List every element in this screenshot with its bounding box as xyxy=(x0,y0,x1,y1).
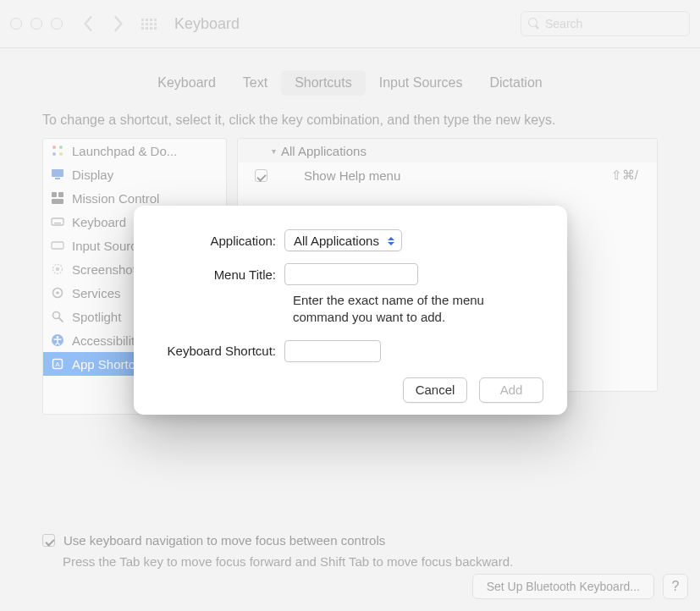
add-shortcut-sheet: Application: All Applications Menu Title… xyxy=(134,206,567,415)
popup-stepper-icon xyxy=(388,234,394,249)
add-shortcut-button[interactable]: Add xyxy=(479,377,543,403)
shortcut-label: Keyboard Shortcut: xyxy=(157,344,284,358)
application-value: All Applications xyxy=(294,234,379,248)
application-label: Application: xyxy=(157,234,284,248)
application-popup[interactable]: All Applications xyxy=(284,229,402,251)
menu-title-help: Enter the exact name of the menu command… xyxy=(293,292,538,327)
menu-title-label: Menu Title: xyxy=(157,267,284,282)
cancel-button[interactable]: Cancel xyxy=(403,377,467,403)
shortcut-input[interactable] xyxy=(284,340,381,362)
menu-title-input[interactable] xyxy=(284,263,418,285)
